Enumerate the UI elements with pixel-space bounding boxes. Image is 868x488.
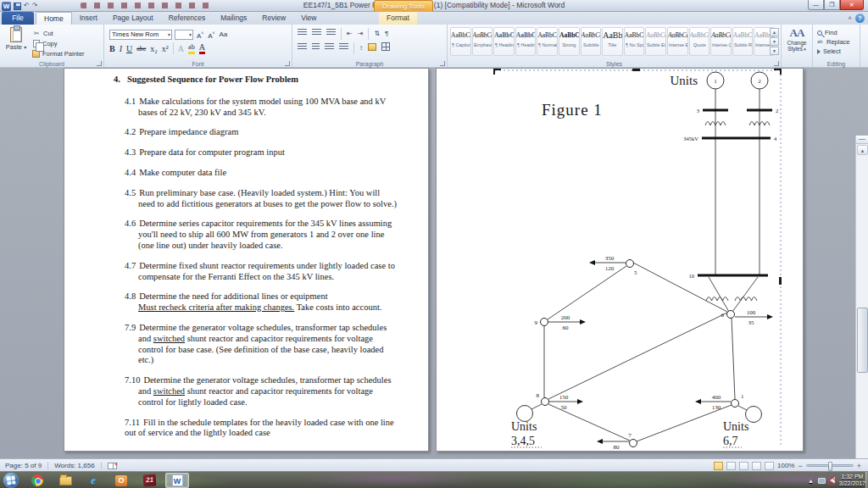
- draft-view-button[interactable]: [765, 462, 774, 470]
- style-chip[interactable]: AaBbCcDcSubtle Em...: [645, 27, 666, 56]
- font-size-combobox[interactable]: [175, 30, 193, 40]
- minimize-ribbon-icon[interactable]: ˄: [848, 14, 852, 22]
- tab-view[interactable]: View: [293, 12, 324, 25]
- line-spacing-button[interactable]: ↕: [359, 43, 363, 53]
- tab-home[interactable]: Home: [36, 12, 72, 25]
- style-chip[interactable]: AaBbCcI¶ Heading 2: [515, 27, 537, 56]
- borders-button[interactable]: [381, 42, 390, 54]
- underline-button[interactable]: U: [126, 43, 132, 54]
- style-chip[interactable]: AaBbCcDd¶ Caption: [450, 27, 471, 56]
- show-paragraph-marks-button[interactable]: ¶: [385, 29, 388, 39]
- document-page-right[interactable]: Figure 1: [436, 68, 804, 452]
- cut-button[interactable]: ✂ Cut: [32, 28, 103, 38]
- style-chip[interactable]: AaBbCcDcQuote: [689, 27, 710, 56]
- help-icon[interactable]: ?: [855, 14, 865, 23]
- taskbar-ie-button[interactable]: e: [81, 473, 105, 488]
- restore-button[interactable]: ❐: [824, 0, 840, 10]
- style-chip[interactable]: AaBbCcISubtitle: [581, 27, 602, 56]
- zoom-in-button[interactable]: +: [857, 461, 861, 471]
- save-icon[interactable]: [14, 3, 21, 10]
- paragraph-dialog-launcher[interactable]: [440, 61, 445, 66]
- change-case-button[interactable]: Aa: [219, 30, 229, 40]
- clipboard-dialog-launcher[interactable]: [97, 61, 102, 66]
- paste-dropdown[interactable]: [24, 43, 26, 51]
- shading-button[interactable]: [368, 43, 376, 54]
- split-handle[interactable]: [856, 136, 868, 144]
- tab-references[interactable]: References: [161, 12, 213, 25]
- styles-scroll-down[interactable]: ▼: [770, 37, 779, 46]
- styles-dialog-launcher[interactable]: [774, 61, 779, 66]
- sort-button[interactable]: ⇅: [374, 29, 380, 39]
- decrease-indent-button[interactable]: ⇤: [347, 29, 353, 39]
- find-button[interactable]: Find: [817, 28, 850, 37]
- paste-button[interactable]: Paste: [4, 27, 28, 61]
- page-indicator[interactable]: Page: 5 of 9: [5, 462, 42, 469]
- font-family-combobox[interactable]: Times New Rom: [109, 30, 172, 40]
- align-center-button[interactable]: [312, 43, 320, 54]
- undo-icon[interactable]: ↶: [24, 2, 30, 10]
- grow-font-button[interactable]: A˄: [196, 28, 204, 42]
- bold-button[interactable]: B: [109, 43, 115, 54]
- change-styles-button[interactable]: Change Styles: [782, 40, 812, 53]
- figure1-power-system-diagram[interactable]: 1 2 Units 3 2 345kV 4 10 350 120: [437, 69, 804, 452]
- canvas-handles[interactable]: [493, 69, 782, 285]
- multilevel-list-button[interactable]: [326, 29, 336, 40]
- select-button[interactable]: Select: [817, 47, 850, 56]
- style-chip[interactable]: AaBbCcDcSubtle Ref...: [732, 27, 754, 56]
- tab-mailings[interactable]: Mailings: [213, 12, 254, 25]
- text-effects-button[interactable]: A: [178, 43, 184, 54]
- justify-button[interactable]: [339, 43, 348, 54]
- start-button[interactable]: [3, 473, 19, 488]
- replace-button[interactable]: ab Replace: [817, 37, 850, 47]
- close-button[interactable]: ✕: [840, 0, 864, 10]
- tab-file[interactable]: File: [2, 12, 34, 25]
- numbering-button[interactable]: [312, 29, 321, 40]
- fullscreen-reading-view-button[interactable]: [726, 462, 736, 470]
- superscript-button[interactable]: x²: [162, 43, 169, 54]
- italic-button[interactable]: I: [120, 43, 122, 54]
- word-count[interactable]: Words: 1,656: [54, 462, 94, 469]
- bullets-button[interactable]: [298, 29, 307, 40]
- vertical-scrollbar[interactable]: ▲ ▼ ▲ ● ▼: [855, 136, 868, 458]
- minimize-button[interactable]: —: [808, 0, 824, 10]
- word-app-icon[interactable]: W: [2, 2, 11, 11]
- web-layout-view-button[interactable]: [739, 462, 748, 470]
- style-chip[interactable]: AaBbCcDcIntense Q...: [710, 27, 732, 56]
- taskbar-outlook-button[interactable]: O: [109, 473, 133, 488]
- taskbar-app21-button[interactable]: 21: [137, 473, 161, 488]
- zoom-slider[interactable]: [806, 464, 854, 467]
- subscript-button[interactable]: x₂: [150, 43, 158, 54]
- scroll-up-arrow[interactable]: ▲: [857, 145, 868, 155]
- font-color-button[interactable]: A: [199, 43, 205, 54]
- proofing-errors-icon[interactable]: [108, 463, 117, 469]
- strikethrough-button[interactable]: abc: [136, 43, 146, 54]
- style-chip[interactable]: AaBbCcDd¶ Normal: [537, 27, 558, 56]
- outline-view-button[interactable]: [752, 462, 761, 470]
- align-left-button[interactable]: [298, 43, 307, 54]
- clock[interactable]: 1:32 PM3/22/2017: [839, 474, 865, 487]
- zoom-out-button[interactable]: −: [798, 461, 802, 471]
- show-hidden-icons[interactable]: ▲: [808, 478, 814, 484]
- style-chip[interactable]: AaBbCcI¶ Heading 1: [493, 27, 515, 56]
- style-chip[interactable]: AaBbCcDcEmphasis: [472, 27, 493, 56]
- style-chip[interactable]: AaBbCcDdStrong: [559, 27, 580, 56]
- zoom-level[interactable]: 100%: [777, 462, 794, 469]
- style-chip[interactable]: AaBbCTitle: [602, 27, 623, 56]
- shrink-font-button[interactable]: A˅: [207, 28, 215, 42]
- styles-scroll-up[interactable]: ▲: [770, 28, 779, 36]
- print-layout-view-button[interactable]: [714, 462, 723, 470]
- copy-button[interactable]: Copy: [32, 38, 103, 48]
- tab-insert[interactable]: Insert: [72, 12, 105, 25]
- tab-format[interactable]: Format: [379, 12, 417, 25]
- highlight-color-button[interactable]: ab: [188, 43, 195, 54]
- font-dialog-launcher[interactable]: [285, 61, 290, 66]
- tab-page-layout[interactable]: Page Layout: [105, 12, 161, 25]
- network-icon[interactable]: [818, 478, 826, 484]
- align-right-button[interactable]: [325, 43, 334, 54]
- style-chip[interactable]: AaBbCcDd¶ No Spaci...: [624, 27, 645, 56]
- styles-gallery-more[interactable]: ▼: [770, 47, 779, 55]
- taskbar-chrome-button[interactable]: [25, 473, 49, 488]
- taskbar-explorer-button[interactable]: [53, 473, 77, 488]
- tab-review[interactable]: Review: [254, 12, 293, 25]
- scrollbar-thumb[interactable]: [857, 308, 868, 373]
